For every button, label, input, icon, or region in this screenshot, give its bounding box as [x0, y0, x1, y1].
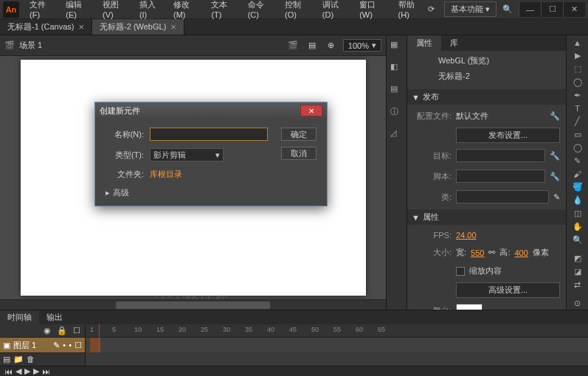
dialog-titlebar[interactable]: 创建新元件 ✕ [95, 102, 327, 119]
menu-help[interactable]: 帮助(H) [392, 0, 428, 22]
last-frame-icon[interactable]: ⏭ [42, 367, 50, 376]
fps-value[interactable]: 24.00 [456, 231, 477, 240]
frames-track[interactable] [86, 338, 588, 352]
playhead[interactable] [99, 324, 100, 352]
menu-debug[interactable]: 调试(D) [317, 0, 352, 22]
outline-icon[interactable]: ☐ [73, 326, 80, 335]
rectangle-tool-icon[interactable]: ▭ [570, 130, 585, 139]
link-icon[interactable]: ⚯ [488, 248, 495, 257]
tab-library[interactable]: 库 [441, 35, 467, 51]
hand-tool-icon[interactable]: ✋ [570, 222, 585, 231]
fill-color-icon[interactable]: ◪ [570, 267, 585, 276]
section-publish[interactable]: ▼ 发布 [407, 89, 566, 105]
delete-layer-icon[interactable]: 🗑 [27, 355, 35, 364]
info-icon[interactable]: ⓘ [390, 106, 404, 119]
menu-command[interactable]: 命令(C) [242, 0, 277, 22]
titlebar: An 文件(F) 编辑(E) 视图(V) 插入(I) 修改(M) 文本(T) 命… [0, 0, 588, 19]
new-layer-icon[interactable]: ▤ [3, 355, 10, 364]
advanced-settings-button[interactable]: 高级设置... [456, 282, 560, 298]
publish-settings-button[interactable]: 发布设置... [456, 128, 560, 143]
scrollbar-horizontal[interactable] [0, 299, 386, 310]
fit-icon[interactable]: ⊕ [324, 40, 339, 52]
zoom-select[interactable]: 100%▾ [343, 39, 381, 52]
scene-button[interactable]: 🎬 场景 1 [4, 40, 42, 51]
eye-icon[interactable]: ◉ [44, 326, 51, 335]
lock-icon[interactable]: 🔒 [57, 326, 67, 335]
doc-tab-1[interactable]: 无标题-1 (Canvas) × [0, 19, 92, 35]
height-value[interactable]: 400 [514, 248, 528, 257]
bucket-tool-icon[interactable]: 🪣 [570, 182, 585, 192]
subselect-tool-icon[interactable]: ▶ [570, 51, 585, 60]
ok-button[interactable]: 确定 [281, 128, 317, 141]
dialog-close-button[interactable]: ✕ [300, 105, 322, 116]
close-icon[interactable]: × [78, 21, 84, 32]
oval-tool-icon[interactable]: ◯ [570, 143, 585, 153]
edit-scene-icon[interactable]: 🎬 [286, 40, 300, 52]
edit-symbol-icon[interactable]: ▤ [305, 40, 319, 52]
workspace-selector[interactable]: 基本功能 ▾ [444, 1, 497, 17]
next-frame-icon[interactable]: ▶ [33, 366, 39, 376]
name-input[interactable] [150, 128, 268, 141]
script-field[interactable] [456, 170, 545, 183]
swap-colors-icon[interactable]: ⇄ [570, 280, 585, 290]
selection-tool-icon[interactable]: ▲ [570, 38, 585, 47]
wrench-icon[interactable]: 🔧 [550, 172, 560, 181]
cancel-button[interactable]: 取消 [281, 147, 317, 160]
section-label: 发布 [423, 91, 439, 102]
frames-area[interactable]: 15101520253035404550556065 [86, 324, 588, 366]
zoom-tool-icon[interactable]: 🔍 [570, 235, 585, 245]
line-tool-icon[interactable]: ╱ [570, 116, 585, 126]
new-folder-icon[interactable]: 📁 [13, 355, 24, 364]
sync-icon[interactable]: ⟳ [428, 4, 438, 15]
ruler-tick: 65 [378, 326, 385, 333]
folder-link[interactable]: 库根目录 [150, 169, 182, 180]
transform-tool-icon[interactable]: ⬚ [570, 64, 585, 74]
text-tool-icon[interactable]: T [570, 104, 585, 113]
search-icon[interactable]: 🔍 [502, 4, 513, 14]
swatches-icon[interactable]: ▤ [390, 84, 404, 97]
stage-color-swatch[interactable] [456, 304, 482, 310]
pen-tool-icon[interactable]: ✒ [570, 91, 585, 100]
wrench-icon[interactable]: 🔧 [550, 151, 560, 161]
advanced-toggle[interactable]: ▸ 高级 [106, 187, 317, 198]
create-symbol-dialog: 创建新元件 ✕ 确定 取消 名称(N): 类型(T): 影片剪辑 ▾ 文件夹: … [94, 102, 328, 206]
width-value[interactable]: 550 [471, 248, 484, 257]
advanced-label: 高级 [113, 187, 129, 198]
frame-ruler[interactable]: 15101520253035404550556065 [86, 324, 588, 338]
layer-row[interactable]: ▣ 图层 1 ✎ ••☐ [0, 338, 85, 352]
ruler-tick: 20 [179, 326, 186, 333]
target-field[interactable] [456, 149, 545, 162]
stroke-color-icon[interactable]: ◩ [570, 254, 585, 263]
play-icon[interactable]: ▶ [24, 366, 30, 376]
menu-window[interactable]: 窗口(W) [353, 0, 390, 22]
transform-icon[interactable]: ◿ [390, 128, 404, 142]
align-icon[interactable]: ▦ [390, 40, 404, 53]
menu-text[interactable]: 文本(T) [205, 0, 240, 22]
brush-tool-icon[interactable]: 🖌 [570, 170, 585, 178]
tab-properties[interactable]: 属性 [407, 35, 441, 51]
class-field[interactable] [456, 190, 549, 203]
tab-output[interactable]: 输出 [39, 310, 70, 324]
lasso-tool-icon[interactable]: ◯ [570, 77, 585, 87]
first-frame-icon[interactable]: ⏮ [4, 367, 13, 376]
scale-checkbox[interactable] [456, 267, 465, 276]
prev-frame-icon[interactable]: ◀ [15, 366, 21, 376]
eyedropper-tool-icon[interactable]: 💧 [570, 195, 585, 205]
tab-timeline[interactable]: 时间轴 [0, 310, 39, 324]
pencil-icon[interactable]: ✎ [553, 192, 560, 202]
color-icon[interactable]: ◧ [390, 62, 404, 75]
menu-control[interactable]: 控制(O) [279, 0, 315, 22]
name-label: 名称(N): [106, 129, 144, 140]
type-select[interactable]: 影片剪辑 ▾ [150, 148, 224, 161]
eraser-tool-icon[interactable]: ◫ [570, 209, 585, 218]
wrench-icon[interactable]: 🔧 [550, 111, 560, 121]
close-button[interactable]: ✕ [563, 2, 585, 17]
section-attributes[interactable]: ▼ 属性 [407, 209, 566, 225]
maximize-button[interactable]: ☐ [541, 2, 563, 17]
close-icon[interactable]: × [170, 21, 176, 32]
pencil-tool-icon[interactable]: ✎ [570, 156, 585, 166]
doc-tab-2[interactable]: 无标题-2 (WebGL) × [92, 19, 184, 35]
minimize-button[interactable]: — [519, 2, 541, 17]
fps-label: FPS: [413, 231, 452, 240]
snap-icon[interactable]: ⊙ [570, 299, 585, 308]
